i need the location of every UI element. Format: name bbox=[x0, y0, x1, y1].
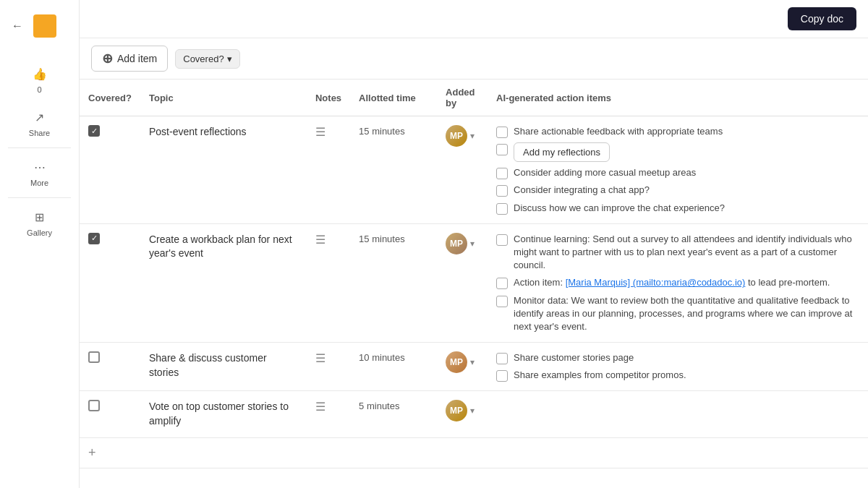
notes-icon[interactable]: ☰ bbox=[315, 352, 326, 364]
back-button[interactable]: ← bbox=[7, 16, 27, 36]
doc-icon bbox=[33, 14, 56, 38]
ai-item-text: Share examples from competitor promos. bbox=[514, 369, 686, 382]
share-label: Share bbox=[29, 129, 50, 137]
allotted-time-cell: 10 minutes bbox=[350, 343, 437, 391]
allotted-time-text: 10 minutes bbox=[359, 352, 405, 363]
like-count: 0 bbox=[37, 85, 41, 94]
sidebar-item-gallery[interactable]: ⊞ Gallery bbox=[0, 201, 79, 244]
added-by-chevron[interactable]: ▾ bbox=[470, 406, 475, 416]
header-topic: Topic bbox=[140, 80, 307, 116]
added-by-chevron[interactable]: ▾ bbox=[470, 131, 475, 141]
allotted-time-cell: 5 minutes bbox=[350, 391, 437, 437]
ai-items-cell bbox=[488, 391, 868, 437]
add-item-label: Add item bbox=[117, 53, 157, 64]
ai-items-cell: Share actionable feedback with appropria… bbox=[488, 116, 868, 224]
ai-item-checkbox[interactable] bbox=[496, 144, 508, 155]
add-reflections-button[interactable]: Add my reflections bbox=[514, 142, 610, 162]
header-allotted: Allotted time bbox=[350, 80, 437, 116]
added-by-cell: MP▾ bbox=[437, 391, 488, 437]
table-row: Post-event reflections☰15 minutesMP▾Shar… bbox=[80, 116, 868, 224]
ai-item-checkbox[interactable] bbox=[496, 185, 508, 197]
topic-cell: Post-event reflections bbox=[140, 116, 307, 224]
topic-text: Vote on top customer stories to amplify bbox=[149, 401, 289, 427]
ai-item-checkbox[interactable] bbox=[496, 168, 508, 179]
added-by-chevron[interactable]: ▾ bbox=[470, 357, 475, 367]
ai-item-checkbox[interactable] bbox=[496, 353, 508, 364]
header-added-by: Added by bbox=[437, 80, 488, 116]
more-label: More bbox=[30, 179, 48, 187]
avatar: MP bbox=[446, 233, 467, 254]
gallery-label: Gallery bbox=[27, 228, 52, 237]
topbar: Copy doc bbox=[80, 0, 868, 38]
add-row-cell: + bbox=[80, 437, 868, 468]
notes-cell: ☰ bbox=[307, 116, 350, 224]
ai-item: Discuss how we can improve the chat expe… bbox=[496, 202, 859, 215]
ai-item-link[interactable]: [Maria Marquis] (mailto:maria@codadoc.io… bbox=[566, 277, 746, 288]
ai-item-text: Share actionable feedback with appropria… bbox=[514, 125, 723, 138]
table-row: Create a workback plan for next year's e… bbox=[80, 223, 868, 342]
toolbar: ⊕ Add item Covered? ▾ bbox=[80, 38, 868, 80]
ai-item-checkbox[interactable] bbox=[496, 370, 508, 382]
add-item-button[interactable]: ⊕ Add item bbox=[91, 46, 168, 72]
ai-item-text: Share customer stories page bbox=[514, 351, 634, 364]
sidebar-item-share[interactable]: ↗ Share bbox=[0, 101, 79, 145]
ai-item: Share examples from competitor promos. bbox=[496, 369, 859, 382]
ai-item: Action item: [Maria Marquis] (mailto:mar… bbox=[496, 276, 859, 289]
covered-checkbox[interactable] bbox=[88, 125, 100, 137]
sidebar-item-like[interactable]: 👍 0 bbox=[0, 58, 79, 101]
more-icon: ⋯ bbox=[31, 158, 48, 176]
main-content: Copy doc ⊕ Add item Covered? ▾ Covered? … bbox=[80, 0, 868, 488]
ai-item-checkbox[interactable] bbox=[496, 203, 508, 215]
add-row-button[interactable]: + bbox=[88, 445, 96, 461]
added-by-chevron[interactable]: ▾ bbox=[470, 239, 475, 249]
ai-items-list: Share customer stories pageShare example… bbox=[496, 351, 859, 382]
allotted-time-text: 15 minutes bbox=[359, 234, 405, 244]
notes-cell: ☰ bbox=[307, 391, 350, 437]
topic-text: Create a workback plan for next year's e… bbox=[149, 234, 292, 260]
ai-item: Consider integrating a chat app? bbox=[496, 184, 859, 197]
share-icon: ↗ bbox=[31, 108, 48, 126]
agenda-table: Covered? Topic Notes Allotted time Added… bbox=[80, 80, 868, 468]
sidebar-top: ← bbox=[0, 9, 79, 43]
ai-item: Consider adding more casual meetup areas bbox=[496, 166, 859, 179]
ai-item-text: Consider integrating a chat app? bbox=[514, 184, 650, 197]
chevron-down-icon: ▾ bbox=[227, 53, 232, 64]
ai-items-cell: Share customer stories pageShare example… bbox=[488, 343, 868, 391]
notes-icon[interactable]: ☰ bbox=[315, 234, 326, 246]
sidebar-divider-2 bbox=[8, 197, 71, 198]
agenda-table-container: Covered? Topic Notes Allotted time Added… bbox=[80, 80, 868, 488]
ai-item: Add my reflections bbox=[496, 142, 859, 162]
avatar: MP bbox=[446, 400, 467, 421]
covered-checkbox[interactable] bbox=[88, 351, 100, 363]
covered-filter-label: Covered? bbox=[183, 53, 224, 64]
add-row: + bbox=[80, 437, 868, 468]
ai-item-checkbox[interactable] bbox=[496, 234, 508, 246]
notes-icon[interactable]: ☰ bbox=[315, 401, 326, 413]
sidebar-nav: 👍 0 ↗ Share ⋯ More ⊞ Gallery bbox=[0, 58, 79, 244]
header-ai: AI-generated action items bbox=[488, 80, 868, 116]
ai-item-text: Discuss how we can improve the chat expe… bbox=[514, 202, 725, 215]
table-row: Share & discuss customer stories☰10 minu… bbox=[80, 343, 868, 391]
ai-item-text: Action item: [Maria Marquis] (mailto:mar… bbox=[514, 276, 830, 289]
topic-cell: Create a workback plan for next year's e… bbox=[140, 223, 307, 342]
ai-item: Monitor data: We want to review both the… bbox=[496, 294, 859, 334]
ai-item-checkbox[interactable] bbox=[496, 127, 508, 138]
topic-text: Post-event reflections bbox=[149, 126, 247, 137]
sidebar-divider bbox=[8, 147, 71, 148]
table-row: Vote on top customer stories to amplify☰… bbox=[80, 391, 868, 437]
covered-cell bbox=[80, 223, 140, 342]
covered-filter[interactable]: Covered? ▾ bbox=[175, 49, 239, 69]
covered-checkbox[interactable] bbox=[88, 233, 100, 244]
copy-doc-button[interactable]: Copy doc bbox=[788, 7, 856, 30]
notes-cell: ☰ bbox=[307, 343, 350, 391]
allotted-time-cell: 15 minutes bbox=[350, 223, 437, 342]
notes-icon[interactable]: ☰ bbox=[315, 126, 326, 138]
topic-cell: Vote on top customer stories to amplify bbox=[140, 391, 307, 437]
avatar-cell: MP▾ bbox=[446, 233, 479, 254]
ai-item-checkbox[interactable] bbox=[496, 278, 508, 289]
sidebar-item-more[interactable]: ⋯ More bbox=[0, 151, 79, 194]
avatar-cell: MP▾ bbox=[446, 351, 479, 373]
ai-item-checkbox[interactable] bbox=[496, 296, 508, 307]
header-covered: Covered? bbox=[80, 80, 140, 116]
covered-checkbox[interactable] bbox=[88, 400, 100, 411]
